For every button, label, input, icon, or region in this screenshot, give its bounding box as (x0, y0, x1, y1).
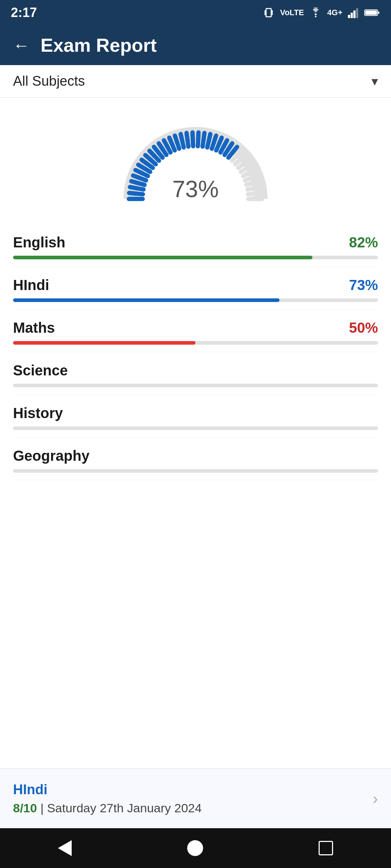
subject-item: History (13, 395, 378, 438)
gauge-container: 73% (116, 119, 275, 206)
subject-name: English (13, 234, 65, 251)
svg-point-3 (315, 16, 317, 17)
subject-header: Maths50% (13, 320, 378, 336)
subject-percent: 73% (349, 277, 378, 293)
recent-exam-score: 8/10 (13, 801, 37, 815)
progress-bar-bg (13, 298, 378, 302)
svg-rect-1 (265, 10, 266, 15)
chevron-down-icon: ▾ (371, 74, 378, 89)
subject-header: English82% (13, 234, 378, 251)
subject-percent: 50% (349, 320, 378, 336)
svg-rect-7 (356, 8, 358, 18)
status-bar: 2:17 VoLTE 4G+ (0, 0, 391, 25)
recents-nav-button[interactable] (319, 841, 333, 855)
subject-header: Geography (13, 448, 378, 464)
svg-line-26 (181, 134, 184, 148)
subject-dropdown[interactable]: All Subjects ▾ (0, 65, 391, 98)
progress-bar-bg (13, 469, 378, 473)
subjects-list: English82%HIndi73%Maths50%ScienceHistory… (0, 217, 391, 765)
recent-exam-info: HIndi 8/10 | Saturday 27th January 2024 (13, 782, 202, 815)
subject-name: HIndi (13, 277, 49, 293)
subject-name: Science (13, 362, 68, 379)
wifi-icon (309, 7, 322, 18)
svg-line-31 (207, 134, 210, 148)
back-button[interactable]: ← (13, 35, 30, 55)
svg-line-13 (130, 187, 143, 190)
subject-name: Geography (13, 448, 89, 464)
subject-item: Science (13, 352, 378, 395)
svg-rect-4 (348, 15, 350, 18)
recent-exam-separator: | (41, 801, 47, 815)
status-time: 2:17 (11, 5, 37, 20)
recent-exam-date: Saturday 27th January 2024 (47, 801, 202, 815)
progress-bar-bg (13, 341, 378, 345)
subject-header: History (13, 405, 378, 421)
subject-item: English82% (13, 224, 378, 267)
svg-line-12 (129, 193, 143, 194)
progress-bar-fill (13, 341, 196, 345)
subject-name: History (13, 405, 63, 421)
vibrate-icon (262, 7, 275, 19)
progress-bar-bg (13, 426, 378, 430)
svg-rect-9 (378, 12, 379, 14)
home-nav-button[interactable] (187, 840, 203, 856)
gauge-section: 73% (0, 98, 391, 217)
subject-header: Science (13, 362, 378, 379)
subject-item: Maths50% (13, 310, 378, 352)
back-nav-icon (58, 840, 72, 856)
svg-line-29 (198, 132, 199, 146)
recents-nav-icon (319, 841, 333, 855)
home-nav-icon (187, 840, 203, 856)
volte-icon: VoLTE (280, 8, 304, 17)
progress-bar-fill (13, 298, 279, 302)
signal-icon (348, 7, 359, 18)
svg-rect-2 (272, 10, 273, 15)
recent-exam-meta: 8/10 | Saturday 27th January 2024 (13, 801, 202, 815)
svg-line-44 (248, 187, 261, 190)
progress-bar-bg (13, 384, 378, 387)
svg-rect-0 (266, 9, 271, 17)
subject-name: Maths (13, 320, 55, 336)
svg-line-28 (193, 132, 193, 146)
svg-rect-10 (365, 10, 377, 15)
svg-rect-6 (353, 10, 356, 18)
bottom-nav (0, 828, 391, 868)
status-icons: VoLTE 4G+ (262, 7, 380, 19)
gauge-percent: 73% (172, 176, 219, 203)
recent-exam-card[interactable]: HIndi 8/10 | Saturday 27th January 2024 … (0, 768, 391, 828)
svg-rect-5 (351, 13, 353, 18)
svg-line-30 (203, 133, 205, 147)
app-header: ← Exam Report (0, 25, 391, 65)
progress-bar-fill (13, 256, 312, 259)
subject-dropdown-label: All Subjects (13, 73, 85, 89)
svg-line-45 (248, 193, 262, 194)
chevron-right-icon: › (373, 790, 378, 808)
subject-percent: 82% (349, 234, 378, 251)
subject-item: Geography (13, 438, 378, 480)
progress-bar-bg (13, 256, 378, 259)
svg-line-27 (186, 133, 188, 147)
network-icon: 4G+ (327, 8, 342, 17)
recent-exam-subject: HIndi (13, 782, 202, 797)
back-nav-button[interactable] (58, 840, 72, 856)
page-title: Exam Report (41, 34, 157, 56)
subject-item: HIndi73% (13, 267, 378, 310)
battery-icon (364, 8, 380, 18)
subject-header: HIndi73% (13, 277, 378, 293)
